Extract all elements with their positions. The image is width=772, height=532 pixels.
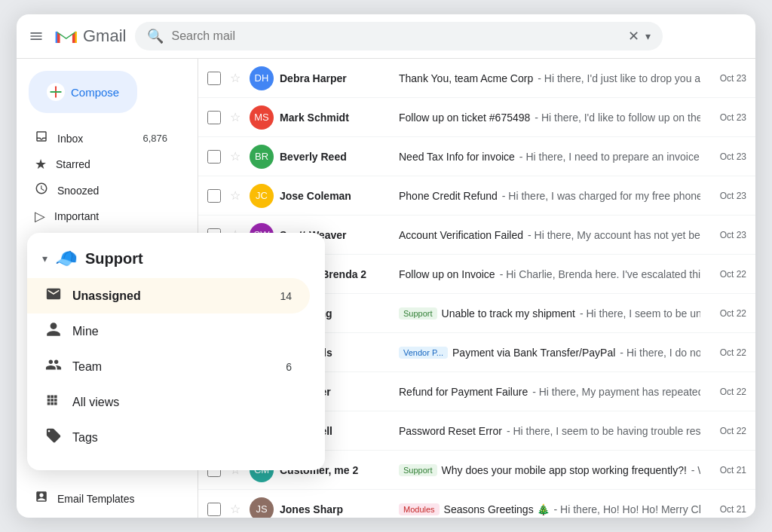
popup-title: Support [85, 250, 143, 268]
email-date: Oct 22 [712, 426, 746, 436]
menu-icon[interactable] [29, 29, 44, 44]
email-checkbox[interactable] [207, 72, 221, 85]
email-preview: - Hi there, I seem to be having trouble … [507, 425, 700, 437]
support-icon: 🧢 [55, 248, 78, 269]
email-checkbox[interactable] [207, 111, 221, 124]
compose-label: Compose [71, 86, 119, 99]
snoozed-label: Snoozed [57, 185, 167, 197]
star-button[interactable]: ☆ [230, 110, 240, 124]
app-title: Gmail [83, 26, 126, 46]
avatar: DH [250, 66, 274, 90]
email-row[interactable]: ☆ JS Jones Sharp Modules Seasons Greetin… [198, 490, 755, 518]
important-label: Important [54, 210, 167, 222]
star-button[interactable]: ☆ [230, 149, 240, 164]
email-checkbox[interactable] [207, 503, 221, 516]
email-preview: - Hi there, I'd like to follow up on the… [535, 112, 700, 124]
popup-item-tags[interactable]: Tags [27, 420, 310, 455]
email-body: Follow up on ticket #675498 - Hi there, … [399, 112, 700, 124]
sidebar-item-starred[interactable]: ★ Starred [17, 151, 185, 177]
email-body: Need Tax Info for invoice - Hi there, I … [399, 151, 700, 163]
star-button[interactable]: ☆ [230, 71, 240, 85]
email-body: Password Reset Error - Hi there, I seem … [399, 425, 700, 437]
avatar: MS [250, 105, 274, 130]
email-subject: Phone Credit Refund [399, 190, 498, 202]
popup-item-all-views[interactable]: All views [27, 384, 310, 420]
topbar: Gmail 🔍 ✕ ▾ [17, 14, 755, 59]
email-preview: - Hi there, Ho! Ho! Ho! Merry Christ... [554, 503, 700, 515]
email-subject: Payment via Bank Transfer/PayPal [452, 347, 615, 359]
all-views-label: All views [72, 396, 292, 409]
email-row[interactable]: ☆ JC Jose Coleman Phone Credit Refund - … [198, 176, 755, 216]
search-icon: 🔍 [147, 28, 164, 44]
email-row[interactable]: ☆ BR Beverly Reed Need Tax Info for invo… [198, 137, 755, 176]
email-row[interactable]: ☆ MS Mark Schmidt Follow up on ticket #6… [198, 98, 755, 137]
email-checkbox[interactable] [207, 150, 221, 164]
email-date: Oct 22 [712, 387, 746, 397]
email-date: Oct 21 [712, 504, 746, 515]
gmail-logo: Gmail [53, 23, 126, 50]
avatar: JC [250, 184, 274, 208]
email-body: Account Verification Failed - Hi there, … [399, 229, 700, 241]
email-row[interactable]: ☆ DH Debra Harper Thank You, team Acme C… [198, 59, 755, 98]
email-subject: Password Reset Error [399, 425, 502, 437]
email-checkbox[interactable] [207, 189, 221, 203]
email-body: Support Unable to track my shipment - Hi… [399, 307, 700, 320]
all-views-icon [45, 392, 62, 412]
email-preview: - Hi Charlie, Brenda here. I've escalate… [500, 268, 700, 280]
email-subject: Unable to track my shipment [442, 307, 575, 320]
email-body: Follow up on Invoice - Hi Charlie, Brend… [399, 268, 700, 280]
sidebar-item-inbox[interactable]: Inbox 6,876 [17, 125, 185, 151]
email-subject: Follow up on Invoice [399, 268, 495, 280]
tags-icon [45, 427, 62, 448]
email-preview: - Hi there, I seem to be unab... [580, 307, 700, 320]
unassigned-icon [45, 286, 62, 306]
inbox-label: Inbox [57, 133, 133, 145]
email-subject: Thank You, team Acme Corp [399, 72, 533, 84]
email-body: Thank You, team Acme Corp - Hi there, I'… [399, 72, 700, 84]
avatar: BR [250, 145, 274, 169]
search-clear-button[interactable]: ✕ [628, 28, 639, 44]
popup-item-mine[interactable]: Mine [27, 313, 310, 349]
email-sender: Debra Harper [280, 72, 393, 84]
popup-item-unassigned[interactable]: Unassigned 14 [27, 278, 310, 313]
popup-header: ▾ 🧢 Support [27, 245, 325, 278]
team-icon [45, 356, 62, 377]
email-subject: Why does your mobile app stop working fr… [442, 464, 687, 476]
email-subject: Refund for Payment Failure [399, 386, 528, 398]
email-date: Oct 23 [712, 230, 746, 240]
email-preview: - Hi there, My account has not yet been … [528, 229, 700, 241]
team-count: 6 [286, 361, 292, 373]
email-sender: Mark Schmidt [280, 112, 393, 124]
search-input[interactable] [171, 29, 620, 43]
email-preview: - We... [691, 464, 700, 476]
sidebar-bottom: Email Templates [17, 473, 198, 512]
email-date: Oct 21 [712, 465, 746, 475]
email-preview: - Hi there, I'd just like to drop you a … [538, 72, 700, 84]
inbox-count: 6,876 [142, 133, 167, 144]
search-expand-button[interactable]: ▾ [645, 30, 651, 42]
collapse-arrow-icon[interactable]: ▾ [42, 252, 47, 264]
email-sender: Jones Sharp [280, 503, 393, 515]
star-button[interactable]: ☆ [230, 188, 240, 203]
email-date: Oct 23 [712, 191, 746, 201]
email-subject: Follow up on ticket #675498 [399, 112, 530, 124]
sidebar-item-important[interactable]: ▷ Important [17, 203, 185, 229]
email-templates-label: Email Templates [57, 493, 134, 505]
unassigned-count: 14 [280, 290, 292, 302]
support-popup: ▾ 🧢 Support Unassigned 14 Mine Team 6 Al… [27, 233, 325, 470]
email-preview: - Hi there, I was charged for my free ph… [502, 190, 700, 202]
email-subject: Seasons Greetings 🎄 [444, 503, 550, 515]
popup-item-team[interactable]: Team 6 [27, 349, 310, 384]
sidebar-item-snoozed[interactable]: Snoozed [17, 177, 185, 203]
email-body: Refund for Payment Failure - Hi there, M… [399, 386, 700, 398]
star-button[interactable]: ☆ [230, 502, 240, 516]
tags-label: Tags [72, 431, 292, 445]
avatar: JS [250, 497, 274, 518]
email-date: Oct 22 [712, 269, 746, 280]
email-tag: Support [399, 307, 437, 320]
email-preview: - Hi there, I do not hol... [620, 347, 700, 359]
snoozed-icon [35, 182, 48, 199]
sidebar-item-email-templates[interactable]: Email Templates [17, 485, 198, 512]
compose-button[interactable]: Compose [29, 71, 137, 113]
team-label: Team [72, 360, 275, 374]
